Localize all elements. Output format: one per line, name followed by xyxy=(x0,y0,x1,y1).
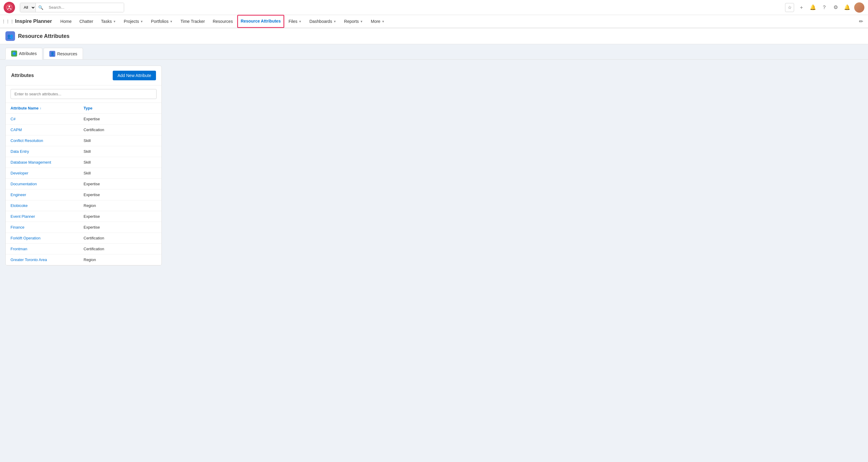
attribute-name-link[interactable]: Data Entry xyxy=(10,149,84,154)
page-title: Resource Attributes xyxy=(18,33,69,39)
attribute-name-link[interactable]: C# xyxy=(10,117,84,121)
nav-item-home[interactable]: Home xyxy=(57,15,75,28)
table-row: Engineer Expertise xyxy=(6,190,161,200)
tasks-chevron: ▼ xyxy=(113,20,116,23)
dashboards-chevron: ▼ xyxy=(333,20,336,23)
tabs-area: 🔷 Attributes 👤 Resources xyxy=(0,44,868,60)
main-content: Attributes Add New Attribute Attribute N… xyxy=(0,60,868,462)
nav-bar: ⋮⋮⋮ Inspire Planner Home Chatter Tasks ▼… xyxy=(0,15,868,28)
attribute-type: Skill xyxy=(84,171,157,175)
attribute-name-link[interactable]: Engineer xyxy=(10,193,84,197)
table-row: Etobicoke Region xyxy=(6,200,161,211)
bell-icon[interactable]: 🔔 xyxy=(843,3,851,12)
nav-item-time-tracker[interactable]: Time Tracker xyxy=(177,15,209,28)
nav-item-resources[interactable]: Resources xyxy=(209,15,237,28)
app-logo[interactable] xyxy=(4,2,15,13)
nav-item-projects[interactable]: Projects ▼ xyxy=(120,15,147,28)
top-bar-right: ☆ ＋ 🔔 ？ ⚙ 🔔 xyxy=(785,2,864,12)
nav-item-chatter[interactable]: Chatter xyxy=(76,15,97,28)
col-header-name[interactable]: Attribute Name ↑ xyxy=(10,106,84,110)
global-search: All 🔍 xyxy=(20,3,124,12)
add-icon[interactable]: ＋ xyxy=(797,3,805,12)
search-bar-wrap xyxy=(6,85,161,103)
favorites-icon[interactable]: ☆ xyxy=(785,3,794,12)
table-row: Conflict Resolution Skill xyxy=(6,135,161,146)
grid-icon[interactable]: ⋮⋮⋮ xyxy=(3,17,12,26)
table-row: Frontman Certification xyxy=(6,243,161,255)
attribute-name-link[interactable]: Greater Toronto Area xyxy=(10,257,84,262)
attribute-type: Certification xyxy=(84,236,157,240)
attributes-card-header: Attributes Add New Attribute xyxy=(6,66,161,85)
attribute-type: Expertise xyxy=(84,193,157,197)
nav-item-portfolios[interactable]: Portfolios ▼ xyxy=(147,15,176,28)
edit-nav-icon[interactable]: ✏ xyxy=(857,17,865,26)
attributes-card: Attributes Add New Attribute Attribute N… xyxy=(5,65,162,266)
attribute-type: Region xyxy=(84,203,157,208)
resources-tab-icon: 👤 xyxy=(49,51,55,57)
notifications-icon[interactable]: 🔔 xyxy=(808,3,817,12)
files-chevron: ▼ xyxy=(299,20,302,23)
search-icon: 🔍 xyxy=(36,5,46,10)
attribute-name-link[interactable]: Documentation xyxy=(10,182,84,186)
add-new-attribute-button[interactable]: Add New Attribute xyxy=(113,71,156,80)
search-input[interactable] xyxy=(46,3,124,12)
attribute-name-link[interactable]: Forklift Operation xyxy=(10,236,84,240)
attribute-type: Expertise xyxy=(84,214,157,219)
table-header: Attribute Name ↑ Type xyxy=(6,103,161,114)
attribute-type: Certification xyxy=(84,127,157,132)
svg-point-1 xyxy=(7,4,12,10)
attribute-type: Skill xyxy=(84,149,157,154)
table-row: Event Planner Expertise xyxy=(6,211,161,222)
col-header-type[interactable]: Type xyxy=(84,106,157,110)
tab-resources[interactable]: 👤 Resources xyxy=(43,48,83,59)
attribute-type: Skill xyxy=(84,160,157,165)
page-header: 👥 Resource Attributes xyxy=(0,28,868,44)
attribute-name-link[interactable]: Frontman xyxy=(10,247,84,251)
app-name: Inspire Planner xyxy=(15,18,52,24)
attribute-type: Region xyxy=(84,257,157,262)
table-row: CAPM Certification xyxy=(6,124,161,135)
table-row: Forklift Operation Certification xyxy=(6,233,161,243)
sort-asc-icon: ↑ xyxy=(40,107,41,110)
portfolios-chevron: ▼ xyxy=(170,20,173,23)
attribute-name-link[interactable]: CAPM xyxy=(10,127,84,132)
nav-item-more[interactable]: More ▼ xyxy=(367,15,388,28)
nav-item-resource-attributes[interactable]: Resource Attributes xyxy=(237,15,284,28)
attribute-type: Skill xyxy=(84,138,157,143)
attribute-name-link[interactable]: Developer xyxy=(10,171,84,175)
attribute-name-link[interactable]: Database Management xyxy=(10,160,84,165)
attribute-type: Certification xyxy=(84,247,157,251)
nav-item-reports[interactable]: Reports ▼ xyxy=(341,15,367,28)
nav-item-dashboards[interactable]: Dashboards ▼ xyxy=(306,15,340,28)
attributes-card-title: Attributes xyxy=(11,73,34,78)
help-icon[interactable]: ？ xyxy=(820,3,828,12)
page-header-icon: 👥 xyxy=(5,31,15,41)
top-bar: All 🔍 ☆ ＋ 🔔 ？ ⚙ 🔔 xyxy=(0,0,868,15)
nav-item-tasks[interactable]: Tasks ▼ xyxy=(97,15,120,28)
attribute-search-input[interactable] xyxy=(10,89,157,99)
search-type-select[interactable]: All xyxy=(20,3,36,12)
more-chevron: ▼ xyxy=(382,20,385,23)
attributes-tab-icon: 🔷 xyxy=(11,51,17,57)
table-row: Developer Skill xyxy=(6,168,161,179)
user-avatar[interactable] xyxy=(854,2,864,12)
reports-chevron: ▼ xyxy=(360,20,363,23)
table-row: Database Management Skill xyxy=(6,157,161,168)
attribute-name-link[interactable]: Finance xyxy=(10,225,84,230)
table-row: Data Entry Skill xyxy=(6,146,161,157)
attribute-type: Expertise xyxy=(84,117,157,121)
svg-point-0 xyxy=(8,5,10,7)
attribute-name-link[interactable]: Conflict Resolution xyxy=(10,138,84,143)
table-row: C# Expertise xyxy=(6,114,161,124)
table-row: Finance Expertise xyxy=(6,222,161,233)
table-row: Greater Toronto Area Region xyxy=(6,255,161,265)
attribute-name-link[interactable]: Etobicoke xyxy=(10,203,84,208)
table-row: Documentation Expertise xyxy=(6,179,161,190)
attribute-type: Expertise xyxy=(84,182,157,186)
attribute-name-link[interactable]: Event Planner xyxy=(10,214,84,219)
attribute-type: Expertise xyxy=(84,225,157,230)
tab-attributes[interactable]: 🔷 Attributes xyxy=(5,48,42,60)
nav-item-files[interactable]: Files ▼ xyxy=(285,15,305,28)
projects-chevron: ▼ xyxy=(140,20,143,23)
settings-icon[interactable]: ⚙ xyxy=(831,3,840,12)
